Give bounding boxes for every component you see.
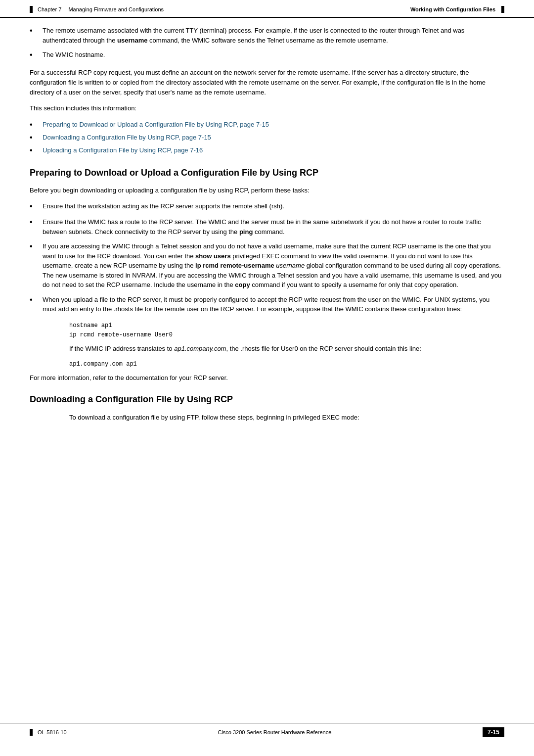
bullet-item-1: • The remote username associated with th…	[30, 26, 504, 45]
section-2-intro: To download a configuration file by usin…	[69, 413, 504, 423]
s1-bullet-3: • If you are accessing the WMIC through …	[30, 241, 504, 290]
code-block-1: hostname ap1 ip rcmd remote-username Use…	[69, 321, 504, 340]
chapter-label: Chapter 7	[38, 6, 61, 12]
link-bullet-2: •	[30, 132, 40, 143]
footer-left-bar	[30, 729, 33, 736]
chapter-title: Managing Firmware and Configurations	[68, 6, 164, 12]
code-block-2: ap1.company.com ap1	[69, 360, 504, 369]
s1-bullet-text-3: If you are accessing the WMIC through a …	[43, 241, 504, 290]
page-footer: OL-5816-10 Cisco 3200 Series Router Hard…	[0, 723, 534, 741]
section-1-heading: Preparing to Download or Upload a Config…	[30, 167, 504, 179]
code-line-2: ip rcmd remote-username User0	[69, 331, 504, 340]
bullet-text-2: The WMIC hostname.	[43, 50, 504, 60]
section-1-intro: Before you begin downloading or uploadin…	[30, 186, 504, 195]
section-1-bullets: • Ensure that the workstation acting as …	[30, 201, 504, 314]
header-right: Working with Configuration Files	[410, 6, 504, 13]
header-right-bar	[501, 6, 504, 13]
link-3[interactable]: Uploading a Configuration File by Using …	[43, 146, 203, 154]
code-line-3: ap1.company.com ap1	[69, 360, 504, 369]
bullet-text-1: The remote username associated with the …	[43, 26, 504, 45]
s1-last-para: For more information, refer to the docum…	[30, 373, 504, 383]
intro-bullet-list: • The remote username associated with th…	[30, 26, 504, 61]
s1-bullet-text-2: Ensure that the WMIC has a route to the …	[43, 217, 504, 236]
s1-bullet-text-1: Ensure that the workstation acting as th…	[43, 201, 504, 211]
s1-bullet-1: • Ensure that the workstation acting as …	[30, 201, 504, 212]
para-2: This section includes this information:	[30, 103, 504, 113]
bullet-item-2: • The WMIC hostname.	[30, 50, 504, 61]
section-2-heading: Downloading a Configuration File by Usin…	[30, 394, 504, 405]
footer-title: Cisco 3200 Series Router Hardware Refere…	[218, 729, 331, 735]
footer-right: 7-15	[483, 727, 504, 737]
link-item-1: • Preparing to Download or Upload a Conf…	[30, 120, 504, 131]
s1-bullet-text-4: When you upload a file to the RCP server…	[43, 295, 504, 314]
page-number: 7-15	[483, 727, 504, 737]
header-left: Chapter 7 Managing Firmware and Configur…	[30, 6, 164, 13]
link-item-3: • Uploading a Configuration File by Usin…	[30, 145, 504, 156]
page-header: Chapter 7 Managing Firmware and Configur…	[0, 0, 534, 18]
s1-bullet-sym-2: •	[30, 216, 40, 228]
link-item-2: • Downloading a Configuration File by Us…	[30, 133, 504, 143]
link-list: • Preparing to Download or Upload a Conf…	[30, 120, 504, 156]
s1-bullet-2: • Ensure that the WMIC has a route to th…	[30, 217, 504, 236]
main-content: • The remote username associated with th…	[0, 21, 534, 468]
doc-number: OL-5816-10	[38, 729, 67, 735]
code-line-1: hostname ap1	[69, 321, 504, 331]
header-left-bar	[30, 6, 33, 13]
para-1: For a successful RCP copy request, you m…	[30, 68, 504, 97]
bullet-symbol-1: •	[30, 25, 40, 37]
bullet-symbol-2: •	[30, 49, 40, 61]
link-bullet-3: •	[30, 144, 40, 156]
s1-bullet-sym-3: •	[30, 240, 40, 252]
s1-bullet-sym-1: •	[30, 200, 40, 212]
link-2[interactable]: Downloading a Configuration File by Usin…	[43, 134, 211, 141]
after-code-para: If the WMIC IP address translates to ap1…	[69, 344, 504, 354]
page: Chapter 7 Managing Firmware and Configur…	[0, 0, 534, 756]
link-1[interactable]: Preparing to Download or Upload a Config…	[43, 121, 269, 128]
footer-left: OL-5816-10	[30, 729, 67, 736]
s1-bullet-sym-4: •	[30, 294, 40, 306]
footer-center: Cisco 3200 Series Router Hardware Refere…	[218, 729, 331, 735]
s1-bullet-4: • When you upload a file to the RCP serv…	[30, 295, 504, 314]
link-bullet-1: •	[30, 119, 40, 131]
section-title: Working with Configuration Files	[410, 6, 495, 12]
